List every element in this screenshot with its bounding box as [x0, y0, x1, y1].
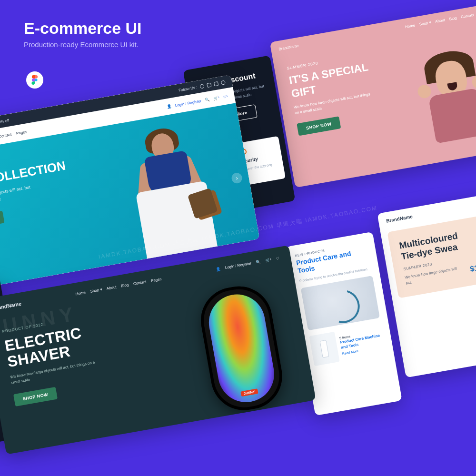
nav-home[interactable]: Home [75, 290, 86, 296]
nav-about[interactable]: About [106, 285, 117, 290]
nav-about[interactable]: About [435, 18, 445, 23]
cart-icon[interactable]: 🛒¹ [265, 258, 272, 263]
nav-contact[interactable]: Contact [460, 12, 474, 19]
card-gift-hero: BrandName Home Shop ▾ About Blog Contact… [270, 3, 476, 188]
page-title: E-commerce UI [24, 19, 142, 38]
carousel-next-icon[interactable]: › [231, 172, 243, 184]
nav-shop[interactable]: Shop ▾ [419, 20, 431, 26]
hero-sub: We know how large objects will act, but … [0, 182, 43, 210]
wishlist-icon[interactable]: ♡ [276, 256, 279, 261]
facebook-icon[interactable] [214, 81, 218, 86]
nav-pages[interactable]: Pages [16, 129, 27, 136]
user-icon[interactable]: 👤 [215, 266, 220, 271]
page-subtitle: Production-ready Ecommerce UI kit. [24, 40, 142, 49]
price: $19.00 [469, 261, 476, 273]
login-link[interactable]: Login / Register [225, 261, 252, 270]
nav-home[interactable]: Home [405, 23, 416, 29]
shop-now-button[interactable]: SHOP NOW [297, 116, 341, 136]
nav-contact[interactable]: Contact [0, 132, 12, 139]
thumb-image [309, 332, 339, 366]
brand-label: BrandName [0, 301, 22, 312]
login-link[interactable]: Login / Register [175, 99, 202, 108]
user-icon[interactable]: 👤 [166, 104, 171, 109]
card-electric-shaver: BrandName Home Shop ▾ About Blog Contact… [0, 245, 316, 455]
nav-contact[interactable]: Contact [133, 279, 147, 286]
twitter-icon[interactable] [221, 80, 226, 85]
brand-label: BrandName [386, 214, 413, 224]
brand-label: BrandName [278, 43, 299, 51]
nav-shop[interactable]: Shop ▾ [90, 287, 102, 293]
search-icon[interactable]: 🔍 [256, 259, 261, 264]
wishlist-icon[interactable]: ♡¹ [223, 94, 228, 99]
nav-blog[interactable]: Blog [449, 16, 457, 21]
search-icon[interactable]: 🔍 [205, 97, 210, 102]
nav-blog[interactable]: Blog [120, 282, 129, 288]
figma-icon [26, 71, 43, 89]
instagram-icon[interactable] [199, 84, 204, 89]
shop-now-button[interactable]: SHOP NOW [13, 387, 58, 407]
hero-image [106, 117, 232, 262]
follow-label: Follow Us : [178, 85, 198, 92]
shop-now-button[interactable]: SHOP NOW [0, 211, 4, 230]
hero-image [393, 40, 476, 164]
youtube-icon[interactable] [207, 82, 211, 87]
cart-icon[interactable]: 🛒¹ [213, 96, 220, 101]
product-image [301, 276, 380, 330]
svg-point-0 [35, 79, 38, 81]
nav-pages[interactable]: Pages [150, 277, 162, 283]
